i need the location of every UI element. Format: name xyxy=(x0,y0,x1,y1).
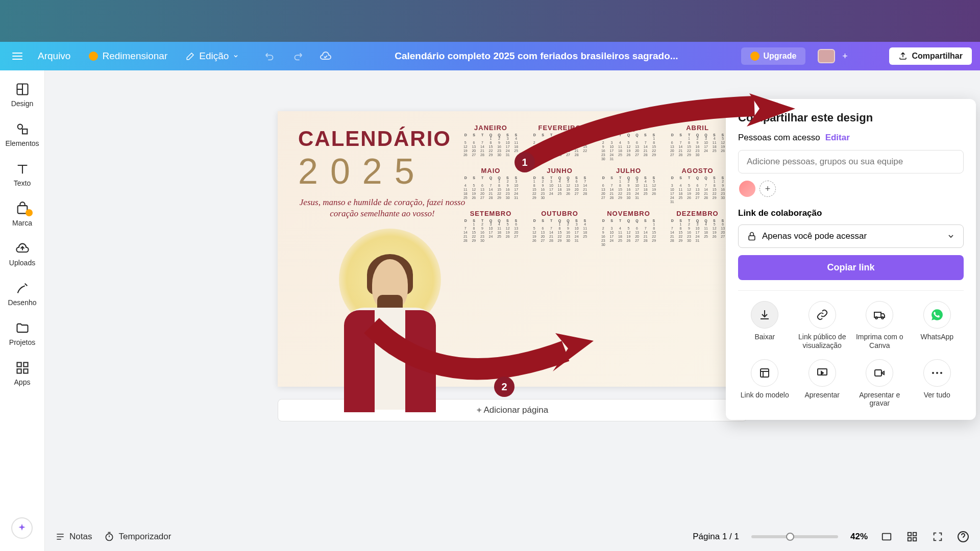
svg-point-1 xyxy=(17,124,22,129)
edit-menu[interactable]: Edição xyxy=(179,46,246,66)
canvas-area[interactable]: CALENDÁRIO 2025 Jesus, manso e humilde d… xyxy=(45,70,980,551)
svg-rect-4 xyxy=(17,363,21,367)
see-all-option[interactable]: Ver tudo xyxy=(911,359,964,408)
sidebar-item-design[interactable]: Design xyxy=(3,77,42,113)
edit-access-link[interactable]: Editar xyxy=(825,133,850,143)
thumbnail-view-icon[interactable] xyxy=(905,530,919,543)
svg-point-23 xyxy=(936,372,938,374)
option-label: WhatsApp xyxy=(920,333,953,341)
svg-rect-19 xyxy=(761,369,769,377)
sidebar-item-brand[interactable]: Marca xyxy=(3,196,42,233)
fullscreen-icon[interactable] xyxy=(931,530,944,543)
annotation-badge-2: 2 xyxy=(494,377,514,397)
sidebar-item-label: Marca xyxy=(12,219,32,227)
svg-rect-11 xyxy=(913,533,916,536)
calendar-months-grid: JANEIRODSTQQSS12345678910111213141516171… xyxy=(461,124,727,246)
download-icon xyxy=(758,309,771,321)
sidebar-item-label: Desenho xyxy=(8,298,36,307)
sidebar-item-uploads[interactable]: Uploads xyxy=(3,236,42,272)
sidebar-item-elements[interactable]: Elementos xyxy=(3,116,42,153)
magic-button[interactable] xyxy=(11,517,33,539)
resize-button[interactable]: Redimensionar xyxy=(82,46,175,66)
sidebar-item-label: Design xyxy=(11,99,34,108)
calendar-quote: Jesus, manso e humilde de coração, fazei… xyxy=(298,197,467,219)
notes-button[interactable]: Notas xyxy=(55,532,92,542)
template-link-option[interactable]: Link do modelo xyxy=(738,359,792,408)
resize-label: Redimensionar xyxy=(102,51,167,62)
sidebar-item-label: Projetos xyxy=(9,338,35,346)
sidebar-item-projects[interactable]: Projetos xyxy=(3,315,42,352)
menu-button[interactable] xyxy=(8,47,27,65)
user-avatar[interactable] xyxy=(738,180,756,198)
share-panel-title: Compartilhar este design xyxy=(738,111,964,124)
sidebar-item-apps[interactable]: Apps xyxy=(3,355,42,392)
top-bar: Arquivo Redimensionar Edição Calendário … xyxy=(0,42,980,70)
svg-rect-5 xyxy=(23,363,28,367)
grid-view-icon[interactable] xyxy=(880,530,893,543)
page-indicator: Página 1 / 1 xyxy=(693,532,739,542)
cloud-upload-icon xyxy=(15,241,30,256)
share-button[interactable]: Compartilhar xyxy=(889,47,972,65)
chevron-down-icon xyxy=(947,232,955,240)
svg-rect-15 xyxy=(749,236,755,240)
chevron-down-icon xyxy=(233,53,239,59)
svg-point-24 xyxy=(940,372,942,374)
svg-rect-16 xyxy=(874,312,881,317)
present-record-option[interactable]: Apresentar e gravar xyxy=(853,359,906,408)
public-link-option[interactable]: Link público de visualização xyxy=(796,301,849,350)
notes-label: Notas xyxy=(69,532,92,542)
add-people-input[interactable] xyxy=(738,150,964,173)
lock-icon xyxy=(747,231,757,241)
document-title[interactable]: Calendário completo 2025 com feriados br… xyxy=(336,51,737,62)
zoom-slider[interactable] xyxy=(751,535,838,538)
hamburger-icon xyxy=(12,53,22,60)
folder-icon xyxy=(15,321,30,335)
present-option[interactable]: Apresentar xyxy=(796,359,849,408)
sidebar-item-text[interactable]: Texto xyxy=(3,156,42,193)
collab-link-title: Link de colaboração xyxy=(738,208,964,218)
sidebar: Design Elementos Texto Marca Uploads xyxy=(0,70,45,551)
cloud-sync-icon[interactable] xyxy=(320,50,332,62)
access-level-select[interactable]: Apenas você pode acessar xyxy=(738,224,964,248)
add-person-button[interactable]: + xyxy=(760,181,776,197)
redo-icon[interactable] xyxy=(292,51,303,62)
help-icon[interactable] xyxy=(957,530,970,543)
whatsapp-option[interactable]: WhatsApp xyxy=(911,301,964,350)
notes-icon xyxy=(55,532,65,542)
svg-point-22 xyxy=(932,372,934,374)
svg-rect-7 xyxy=(23,369,28,373)
calendar-design[interactable]: CALENDÁRIO 2025 Jesus, manso e humilde d… xyxy=(278,111,747,387)
magic-wand-icon xyxy=(186,52,195,61)
copy-link-button[interactable]: Copiar link xyxy=(738,255,964,280)
bottom-bar: Notas Temporizador Página 1 / 1 42% xyxy=(45,522,980,551)
text-icon xyxy=(15,162,30,176)
access-label: Pessoas com acesso xyxy=(738,133,820,143)
grid-icon xyxy=(15,361,30,375)
print-option[interactable]: Imprima com o Canva xyxy=(853,301,906,350)
zoom-value: 42% xyxy=(850,532,868,542)
option-label: Apresentar xyxy=(805,391,840,399)
option-label: Link público de visualização xyxy=(796,333,849,350)
upgrade-button[interactable]: Upgrade xyxy=(741,47,806,65)
color-chip[interactable] xyxy=(818,49,835,63)
download-option[interactable]: Baixar xyxy=(738,301,792,350)
svg-rect-10 xyxy=(908,533,911,536)
sidebar-item-label: Elementos xyxy=(5,139,39,147)
svg-rect-6 xyxy=(17,369,21,373)
add-color-button[interactable]: + xyxy=(839,51,850,62)
sidebar-item-draw[interactable]: Desenho xyxy=(3,276,42,312)
upgrade-label: Upgrade xyxy=(764,52,797,61)
sparkle-icon xyxy=(17,523,27,533)
file-menu[interactable]: Arquivo xyxy=(31,46,78,66)
template-icon xyxy=(758,367,771,379)
pencil-icon xyxy=(15,281,30,295)
sidebar-item-label: Apps xyxy=(14,378,31,386)
more-icon xyxy=(931,371,943,375)
truck-icon xyxy=(873,309,886,321)
crown-icon xyxy=(750,52,760,61)
svg-rect-2 xyxy=(22,129,27,134)
option-label: Ver tudo xyxy=(924,391,950,399)
timer-button[interactable]: Temporizador xyxy=(104,532,171,542)
undo-icon[interactable] xyxy=(264,51,276,62)
option-label: Baixar xyxy=(754,333,775,341)
